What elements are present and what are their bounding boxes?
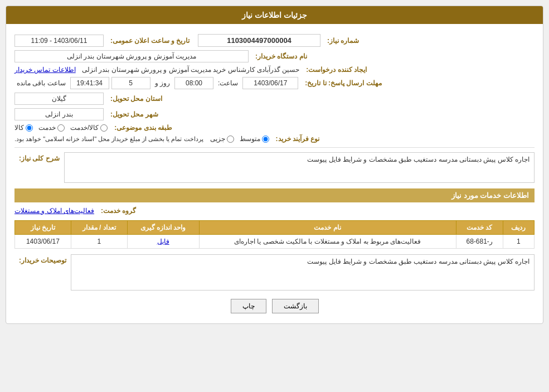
category-option-kala-khedmat[interactable]: کالا/خدمت [70, 124, 108, 132]
datetime-value: 1403/06/11 - 11:09 [14, 35, 104, 47]
cell-quantity: 1 [71, 235, 127, 249]
buyer-description-text: اجاره کلاس پیش دبستانی مدرسه دستغیب طبق … [307, 258, 529, 265]
table-row: 1 ر-681-68 فعالیت‌های مربوط به املاک و م… [15, 235, 535, 249]
button-row: بازگشت چاپ [14, 299, 535, 313]
purchase-type-label: نوع فرآیند خرید: [271, 135, 320, 143]
col-unit: واحد اندازه گیری [127, 221, 199, 235]
print-button[interactable]: چاپ [231, 299, 266, 313]
need-number-label: شماره نیاز: [323, 37, 367, 45]
category-radio-group: کالا/خدمت خدمت کالا [14, 124, 108, 132]
need-number-value: 1103004497000004 [198, 34, 320, 47]
category-option-kala[interactable]: کالا [14, 124, 33, 132]
buyer-description-label: توصیحات خریدار: [14, 254, 66, 264]
datetime-label: تاریخ و ساعت اعلان عمومی: [106, 37, 190, 45]
services-table: ردیف کد خدمت نام خدمت واحد اندازه گیری ت… [14, 220, 535, 249]
page-title: جزئیات اطلاعات نیاز [242, 11, 307, 20]
service-group-label: گروه خدمت: [96, 207, 141, 215]
deadline-time-value: 08:00 [174, 77, 213, 89]
city-label: شهر محل تحویل: [106, 110, 158, 118]
city-value: بندر انزلی [14, 108, 104, 120]
purchase-note: پرداخت تمام یا بخشی از مبلغ خریداز محل "… [14, 135, 203, 143]
purchase-type-option-motavasset[interactable]: متوسط [240, 135, 269, 143]
deadline-time-label: ساعت: [218, 79, 238, 87]
buyer-name-value: مدیریت آموزش و پرورش شهرستان بندر انزلی [14, 50, 249, 62]
description-label: شرح کلی نیاز: [14, 152, 60, 162]
deadline-day-label: روز و [155, 79, 170, 87]
purchase-type-option-jozi[interactable]: جزیی [210, 135, 234, 143]
service-group-value[interactable]: فعالیت‌های املاک و مستغلات [14, 207, 94, 215]
creator-value: حسین گذرآبادی کارشناس خرید مدیریت آموزش … [82, 66, 299, 74]
page-header: جزئیات اطلاعات نیاز [6, 6, 543, 24]
back-button[interactable]: بازگشت [272, 299, 319, 313]
buyer-description-content: اجاره کلاس پیش دبستانی مدرسه دستغیب طبق … [71, 254, 535, 291]
category-option-khedmat[interactable]: خدمت [38, 124, 65, 132]
buyer-name-label: نام دستگاه خریدار: [251, 52, 307, 60]
cell-row-num: 1 [503, 235, 534, 249]
province-label: استان محل تحویل: [106, 95, 162, 103]
cell-service-name: فعالیت‌های مربوط به املاک و مستغلات با م… [199, 235, 456, 249]
contact-link[interactable]: اطلاعات تماس خریدار [14, 66, 76, 74]
cell-service-code: ر-681-68 [456, 235, 503, 249]
deadline-remaining-value: 19:41:34 [70, 77, 109, 89]
creator-label: ایجاد کننده درخواست: [302, 66, 367, 74]
deadline-days: 5 [111, 77, 150, 89]
purchase-type-radio-group: متوسط جزیی [210, 135, 269, 143]
deadline-date: 1403/06/17 [242, 77, 298, 89]
province-value: گیلان [14, 93, 104, 105]
divider1 [14, 147, 535, 148]
cell-date: 1403/06/17 [15, 235, 71, 249]
description-text: اجاره کلاس پیش دبستانی مدرسه دستغیب طبق … [307, 156, 529, 163]
description-content: اجاره کلاس پیش دبستانی مدرسه دستغیب طبق … [64, 152, 535, 183]
buyer-description-box: اجاره کلاس پیش دبستانی مدرسه دستغیب طبق … [71, 254, 535, 291]
col-service-code: کد خدمت [456, 221, 503, 235]
col-row-num: ردیف [503, 221, 534, 235]
col-service-name: نام خدمت [199, 221, 456, 235]
deadline-remaining-label: ساعت باقی مانده [17, 79, 66, 87]
description-box: اجاره کلاس پیش دبستانی مدرسه دستغیب طبق … [64, 152, 535, 183]
services-section-title: اطلاعات خدمات مورد نیاز [14, 188, 535, 202]
cell-unit: فایل [127, 235, 199, 249]
col-quantity: تعداد / مقدار [71, 221, 127, 235]
deadline-label: مهلت ارسال پاسخ: تا تاریخ: [300, 79, 381, 87]
col-date: تاریخ نیاز [15, 221, 71, 235]
category-label: طبقه بندی موضوعی: [110, 124, 172, 132]
